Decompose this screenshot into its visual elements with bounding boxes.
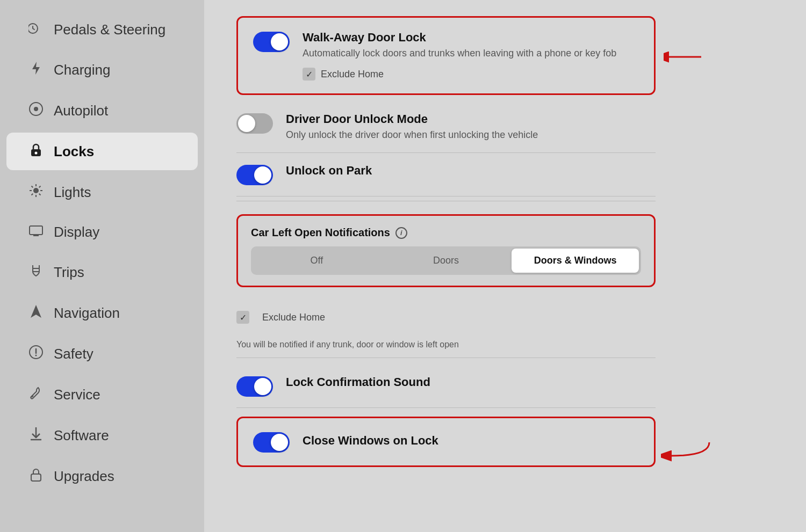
lock-confirmation-row: Lock Confirmation Sound	[236, 365, 656, 408]
sidebar-label-trips: Trips	[54, 264, 84, 281]
svg-rect-15	[30, 226, 42, 235]
settings-container: Walk-Away Door Lock Automatically lock d…	[236, 16, 656, 469]
walk-away-desc: Automatically lock doors and trunks when…	[303, 47, 639, 60]
svg-point-23	[35, 355, 37, 356]
sidebar-item-upgrades[interactable]: Upgrades	[6, 457, 198, 495]
sidebar-item-software[interactable]: Software	[6, 417, 198, 454]
walk-away-door-lock-section: Walk-Away Door Lock Automatically lock d…	[236, 16, 656, 95]
svg-line-11	[32, 186, 33, 188]
software-icon	[28, 426, 44, 444]
close-windows-section: Close Windows on Lock	[236, 417, 656, 467]
sidebar-item-charging[interactable]: Charging	[6, 51, 198, 89]
svg-line-12	[39, 194, 41, 195]
sidebar-item-locks[interactable]: Locks	[6, 133, 198, 170]
walk-away-section-wrapper: Walk-Away Door Lock Automatically lock d…	[236, 16, 656, 97]
lights-icon	[28, 183, 44, 201]
close-windows-title: Close Windows on Lock	[303, 434, 639, 448]
sidebar-item-pedals-steering[interactable]: Pedals & Steering	[6, 12, 198, 48]
sidebar-item-autopilot[interactable]: Autopilot	[6, 92, 198, 129]
sidebar-label-autopilot: Autopilot	[54, 103, 108, 119]
close-windows-wrapper: Close Windows on Lock	[236, 417, 656, 469]
svg-line-13	[39, 186, 41, 188]
notifications-exclude-home-row: ✓ Exclude Home	[236, 300, 656, 334]
walk-away-exclude-label: Exclude Home	[321, 69, 384, 80]
walk-away-arrow	[664, 46, 707, 68]
car-left-open-title: Car Left Open Notifications	[251, 227, 390, 239]
driver-door-unlock-row: Driver Door Unlock Mode Only unlock the …	[236, 101, 656, 153]
sidebar-item-display[interactable]: Display	[6, 214, 198, 250]
seg-option-doors[interactable]: Doors	[383, 249, 510, 273]
notifications-exclude-label: Exclude Home	[262, 312, 325, 323]
sidebar-label-charging: Charging	[54, 62, 111, 78]
driver-door-toggle[interactable]	[236, 113, 273, 134]
unlock-park-content: Unlock on Park	[286, 164, 656, 180]
divider-1	[236, 201, 656, 201]
car-left-open-wrapper: Car Left Open Notifications i Off Doors …	[236, 206, 656, 296]
navigation-icon	[28, 304, 44, 322]
sidebar-label-lights: Lights	[54, 184, 91, 201]
sidebar-label-display: Display	[54, 224, 99, 241]
walk-away-toggle[interactable]	[253, 32, 290, 52]
close-windows-arrow	[661, 437, 715, 464]
sidebar-label-locks: Locks	[54, 143, 94, 160]
svg-marker-1	[32, 62, 40, 75]
sidebar-item-service[interactable]: Service	[6, 376, 198, 413]
sidebar-label-upgrades: Upgrades	[54, 468, 114, 485]
seg-option-doors-windows[interactable]: Doors & Windows	[512, 249, 639, 273]
sidebar-label-pedals: Pedals & Steering	[54, 21, 165, 38]
upgrades-icon	[28, 467, 44, 485]
svg-point-5	[35, 152, 38, 155]
svg-line-14	[32, 194, 33, 195]
driver-door-title: Driver Door Unlock Mode	[286, 112, 656, 126]
unlock-park-toggle[interactable]	[236, 165, 273, 185]
svg-point-6	[33, 188, 39, 193]
sidebar-label-service: Service	[54, 387, 100, 403]
walk-away-exclude-home-row[interactable]: ✓ Exclude Home	[303, 68, 639, 81]
info-icon[interactable]: i	[395, 227, 407, 239]
walk-away-checkbox[interactable]: ✓	[303, 68, 315, 81]
sidebar-label-navigation: Navigation	[54, 305, 120, 322]
unlock-park-toggle-knob	[254, 166, 271, 184]
checkmark-icon: ✓	[306, 69, 313, 79]
driver-door-toggle-knob	[238, 115, 255, 132]
sidebar-item-lights[interactable]: Lights	[6, 173, 198, 211]
car-left-open-section: Car Left Open Notifications i Off Doors …	[236, 214, 656, 287]
sidebar: Pedals & Steering Charging Autopilot Loc…	[0, 0, 204, 532]
divider-2	[236, 358, 656, 358]
seg-option-off[interactable]: Off	[253, 249, 380, 273]
close-windows-toggle[interactable]	[253, 432, 290, 453]
walk-away-toggle-knob	[271, 33, 288, 50]
main-content: Walk-Away Door Lock Automatically lock d…	[204, 0, 806, 532]
unlock-on-park-row: Unlock on Park	[236, 153, 656, 196]
trips-icon	[28, 263, 44, 281]
close-windows-content: Close Windows on Lock	[303, 434, 639, 450]
charging-icon	[28, 61, 44, 79]
svg-marker-20	[31, 305, 41, 318]
car-left-open-desc: You will be notified if any trunk, door …	[236, 339, 656, 351]
close-windows-toggle-knob	[271, 434, 288, 451]
sidebar-item-navigation[interactable]: Navigation	[6, 294, 198, 332]
sidebar-label-safety: Safety	[54, 346, 93, 362]
autopilot-icon	[28, 101, 44, 120]
walk-away-content: Walk-Away Door Lock Automatically lock d…	[303, 31, 639, 81]
sidebar-item-safety[interactable]: Safety	[6, 335, 198, 373]
checkmark-icon-2: ✓	[240, 312, 247, 323]
car-left-open-segmented[interactable]: Off Doors Doors & Windows	[251, 246, 641, 275]
lock-confirmation-title: Lock Confirmation Sound	[286, 375, 656, 389]
svg-rect-27	[31, 474, 41, 481]
sidebar-item-trips[interactable]: Trips	[6, 253, 198, 291]
lock-confirmation-content: Lock Confirmation Sound	[286, 375, 656, 391]
driver-door-desc: Only unlock the driver door when first u…	[286, 128, 656, 142]
notifications-checkbox[interactable]: ✓	[236, 311, 249, 324]
display-icon	[28, 225, 44, 240]
sidebar-label-software: Software	[54, 427, 109, 444]
safety-icon	[28, 345, 44, 363]
lock-confirmation-toggle[interactable]	[236, 376, 273, 397]
driver-door-content: Driver Door Unlock Mode Only unlock the …	[286, 112, 656, 142]
car-left-open-title-row: Car Left Open Notifications i	[251, 227, 641, 239]
locks-icon	[28, 142, 44, 161]
unlock-park-title: Unlock on Park	[286, 164, 656, 178]
lock-confirmation-toggle-knob	[254, 378, 271, 395]
walk-away-title: Walk-Away Door Lock	[303, 31, 639, 45]
pedals-icon	[28, 23, 44, 38]
